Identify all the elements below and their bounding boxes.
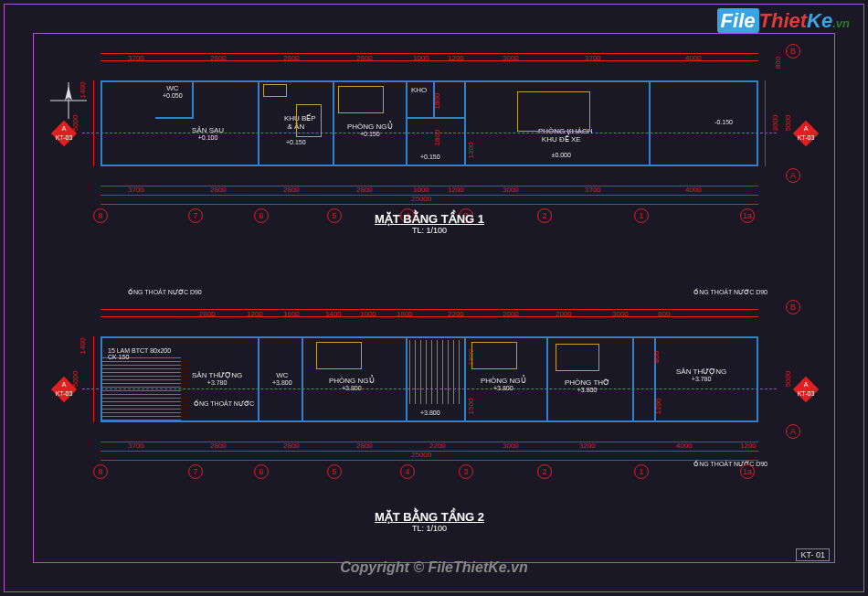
partition [302, 336, 303, 422]
partition [333, 80, 334, 166]
room-name: PHÒNG NGỦ [481, 377, 526, 385]
room-elev: +0.100 [192, 134, 224, 141]
section-marker-icon: A KT-03 [793, 121, 819, 146]
floor1-scale: TL: 1/100 [101, 226, 758, 235]
dim-value: 1200 [448, 186, 464, 194]
dim-value: 3700 [128, 186, 144, 194]
room-label-ngu-a: PHÒNG NGỦ +3.800 [329, 377, 375, 391]
sofa-set-icon [517, 91, 590, 132]
partition [649, 80, 651, 166]
room-label-wc: WC +0.050 [163, 84, 183, 99]
dim-value: 1400 [325, 310, 342, 318]
dim-value: 1200 [448, 54, 464, 62]
room-elev: ±0.000 [530, 152, 592, 158]
dim-value: 3200 [579, 442, 596, 450]
dim-value: 3700 [128, 442, 144, 450]
centerline [82, 133, 777, 133]
dim-line [101, 60, 758, 61]
section-marker-icon: A KT-03 [51, 121, 77, 146]
dim-value: 800 [658, 310, 670, 318]
floor2-scale: TL: 1/100 [101, 524, 758, 533]
room-elev: -0.150 [715, 119, 733, 125]
floor-plan-2: 2800 1200 1600 1400 1000 1800 2200 2000 … [101, 320, 758, 439]
room-label-sansau: SÂN SAU +0.100 [192, 126, 224, 141]
dim-value: 2800 [210, 442, 227, 450]
grid-bubble: 7 [188, 464, 203, 479]
section-marker-icon: A KT-03 [51, 377, 77, 402]
dim-line [101, 460, 758, 461]
partition [406, 80, 408, 166]
dim-value: 3000 [503, 54, 519, 62]
dim-value: 2800 [283, 54, 300, 62]
room-elev: +3.800 [420, 410, 440, 416]
dim-value: 1000 [413, 186, 429, 194]
grid-bubble-b: B [786, 300, 800, 314]
section-marker-icon: A KT-03 [793, 377, 819, 402]
dim-value: 2800 [283, 442, 300, 450]
room-elev: +0.050 [163, 92, 183, 99]
drain-note-inner: ỐNG THOÁT NƯỚC [194, 400, 254, 408]
room-label-ngu: PHÒNG NGỦ +0.150 [347, 122, 393, 137]
drain-note-right: ỐNG THOÁT NƯỚC D90 [693, 289, 767, 296]
dim-value: 800 [774, 57, 782, 69]
dim-line [101, 186, 758, 186]
logo-part3: Ke [807, 9, 832, 32]
partition [406, 117, 464, 119]
dim-value: 2800 [356, 54, 373, 62]
room-label-santhuong2: SÂN THƯỢNG +3.780 [676, 367, 726, 382]
dim-value: 2800 [283, 186, 300, 194]
room-name: SÂN THƯỢNG [676, 367, 726, 376]
partition [464, 336, 466, 422]
partition [406, 336, 408, 422]
floor2-title: MẶT BẰNG TẦNG 2 [101, 510, 758, 524]
room-name: PHÒNG NGỦ [329, 377, 375, 385]
elev-marker: -0.150 [715, 119, 733, 125]
section-label: A KT-03 [55, 124, 73, 143]
partition [155, 117, 192, 119]
room-name: WC [166, 84, 178, 92]
grid-bubble: 1 [634, 464, 649, 479]
dim-value: 3000 [612, 310, 629, 318]
dim-value: 2800 [356, 186, 373, 194]
dim-value: 1800 [433, 130, 441, 146]
dim-value: 3700 [585, 186, 601, 194]
dim-line [765, 80, 766, 166]
grid-bubble: 1a [740, 464, 755, 479]
floor1-title: MẶT BẰNG TẦNG 1 [101, 212, 758, 226]
grid-bubble-b: B [786, 44, 800, 59]
section-label: A KT-03 [55, 380, 73, 399]
dim-value: 1200 [247, 310, 263, 318]
dim-value: 1200 [654, 399, 662, 415]
room-name: PHÒNG THỜ [565, 378, 609, 387]
room-elev: +3.800 [481, 385, 526, 391]
room-label-kho: KHO [411, 86, 427, 94]
copyright-watermark: Copyright © FileThietKe.vn [0, 559, 868, 576]
grid-bubble: 2 [537, 464, 552, 479]
bed-icon [316, 342, 362, 369]
grid-bubble-a: A [786, 424, 800, 439]
staircase-icon [409, 340, 462, 404]
dim-value: 5000 [785, 371, 793, 388]
dim-value: 2800 [199, 310, 216, 318]
room-elev: +0.150 [347, 131, 393, 137]
room-name: KHO [411, 86, 427, 94]
dim-value: 3700 [128, 54, 144, 62]
dim-total: 25000 [411, 195, 431, 203]
room-elev: +0.150 [420, 154, 440, 160]
dim-value: 800 [652, 351, 661, 363]
room-name: SÂN SAU [192, 126, 224, 134]
dim-line [93, 336, 94, 422]
bed-icon [338, 86, 384, 113]
room-name: WC [276, 371, 288, 379]
dim-value: 3000 [503, 186, 519, 194]
dim-line [101, 204, 758, 205]
dim-value: 2800 [210, 186, 227, 194]
floor1-title-block: MẶT BẰNG TẦNG 1 TL: 1/100 [101, 212, 758, 235]
dim-value: 1500 [467, 399, 475, 415]
section-label: A KT-03 [797, 124, 815, 143]
grid-bubble: 5 [327, 464, 342, 479]
grid-bubble: 4 [400, 464, 415, 479]
logo-part1: File [717, 8, 759, 33]
louver-hatch-icon [102, 355, 181, 420]
logo-part4: .vn [832, 16, 850, 30]
